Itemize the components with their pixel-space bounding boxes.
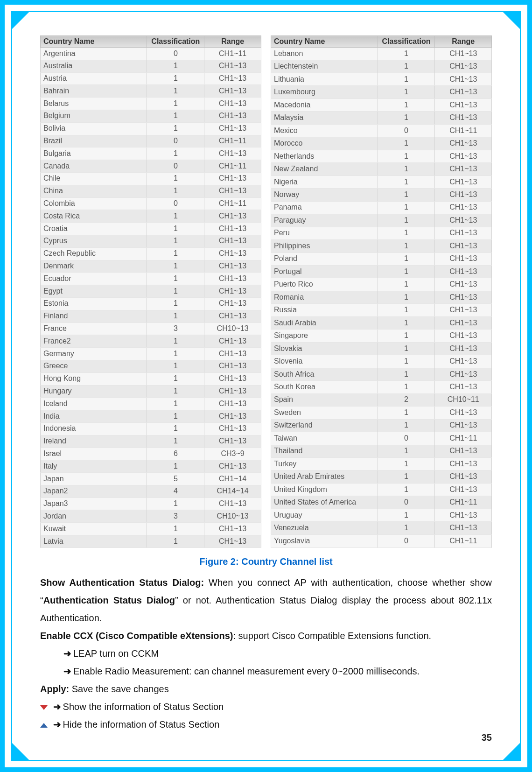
cell-country: United States of America (271, 496, 378, 509)
cell-class: 1 (147, 335, 204, 348)
cell-country: Cyprus (41, 235, 147, 247)
cell-class: 1 (378, 278, 435, 291)
cell-country: Kuwait (41, 523, 147, 535)
cell-class: 1 (378, 445, 435, 457)
cell-range: CH1~11 (435, 432, 492, 445)
cell-class: 1 (378, 86, 435, 98)
country-table-right: Country Name Classification Range Lebano… (271, 35, 492, 548)
cell-country: Sweden (271, 407, 378, 419)
table-row: Netherlands1CH1~13 (271, 150, 492, 162)
cell-range: CH1~13 (204, 398, 261, 410)
table-row: Luxembourg1CH1~13 (271, 86, 492, 98)
cell-country: Netherlands (271, 150, 378, 162)
cell-country: Norway (271, 189, 378, 201)
table-row: United Arab Emirates1CH1~13 (271, 470, 492, 483)
cell-country: Yugoslavia (271, 534, 378, 547)
table-row: Paraguay1CH1~13 (271, 214, 492, 227)
cell-range: CH1~13 (204, 372, 261, 385)
cell-class: 1 (147, 210, 204, 223)
table-row: Portugal1CH1~13 (271, 265, 492, 278)
triangle-down-icon (40, 705, 48, 710)
table-row: Sweden1CH1~13 (271, 407, 492, 419)
cell-country: Belgium (41, 110, 147, 122)
table-row: Lebanon1CH1~13 (271, 48, 492, 60)
cell-range: CH1~14 (204, 473, 261, 485)
cell-country: Nigeria (271, 175, 378, 188)
table-row: Japan24CH14~14 (41, 485, 261, 498)
table-row: Hungary1CH1~13 (41, 385, 261, 398)
table-row: France3CH10~13 (41, 323, 261, 335)
table-row: Panama1CH1~13 (271, 201, 492, 214)
label-auth-dialog: Show Authentication Status Dialog: (40, 577, 204, 588)
cell-range: CH1~13 (204, 422, 261, 435)
cell-country: Bulgaria (41, 147, 147, 160)
cell-class: 1 (378, 60, 435, 73)
cell-class: 1 (147, 223, 204, 235)
table-row: Bahrain1CH1~13 (41, 85, 261, 98)
cell-country: China (41, 185, 147, 197)
corner-decoration (502, 742, 521, 761)
text: Hide the information of Status Section (63, 719, 220, 730)
cell-range: CH1~13 (435, 522, 492, 534)
table-row: Saudi Arabia1CH1~13 (271, 316, 492, 329)
cell-range: CH1~13 (435, 201, 492, 214)
cell-range: CH1~13 (204, 235, 261, 247)
cell-country: Brazil (41, 135, 147, 147)
cell-class: 1 (147, 185, 204, 197)
table-row: Belgium1CH1~13 (41, 110, 261, 122)
cell-range: CH1~13 (204, 72, 261, 85)
table-row: New Zealand1CH1~13 (271, 163, 492, 175)
table-row: Chile1CH1~13 (41, 172, 261, 185)
cell-country: Indonesia (41, 422, 147, 435)
cell-range: CH1~13 (435, 189, 492, 201)
cell-range: CH1~13 (435, 381, 492, 393)
cell-country: Australia (41, 60, 147, 72)
table-row: Macedonia1CH1~13 (271, 98, 492, 111)
cell-range: CH1~13 (435, 253, 492, 265)
cell-range: CH1~13 (435, 304, 492, 316)
cell-country: Jordan (41, 510, 147, 523)
table-row: Bolivia1CH1~13 (41, 122, 261, 135)
corner-decoration (11, 11, 30, 30)
table-row: Singapore1CH1~13 (271, 330, 492, 342)
cell-class: 1 (378, 419, 435, 432)
cell-range: CH1~13 (204, 435, 261, 448)
text: Save the save changes (69, 684, 168, 694)
cell-class: 0 (378, 432, 435, 445)
cell-range: CH1~13 (435, 175, 492, 188)
cell-range: CH1~13 (204, 85, 261, 98)
table-row: Spain2CH10~11 (271, 393, 492, 406)
bullet-leap: ➜LEAP turn on CCKM (40, 645, 492, 662)
cell-country: Argentina (41, 48, 147, 60)
cell-range: CH1~13 (435, 342, 492, 355)
table-row: Germany1CH1~13 (41, 348, 261, 360)
table-row: Bulgaria1CH1~13 (41, 147, 261, 160)
cell-country: Taiwan (271, 432, 378, 445)
cell-range: CH1~13 (204, 260, 261, 273)
cell-range: CH1~11 (435, 534, 492, 547)
cell-country: Liechtenstein (271, 60, 378, 73)
table-row: South Korea1CH1~13 (271, 381, 492, 393)
cell-country: South Africa (271, 368, 378, 380)
cell-class: 1 (378, 470, 435, 483)
cell-country: France2 (41, 335, 147, 348)
cell-class: 1 (147, 72, 204, 85)
th-class: Classification (378, 36, 435, 48)
cell-country: Puerto Rico (271, 278, 378, 291)
cell-class: 1 (147, 535, 204, 548)
cell-range: CH1~13 (435, 419, 492, 432)
table-row: Denmark1CH1~13 (41, 260, 261, 273)
cell-class: 3 (147, 510, 204, 523)
cell-class: 1 (378, 112, 435, 124)
cell-range: CH1~13 (204, 348, 261, 360)
cell-country: Macedonia (271, 98, 378, 111)
cell-country: Germany (41, 348, 147, 360)
cell-country: United Arab Emirates (271, 470, 378, 483)
cell-country: Latvia (41, 535, 147, 548)
cell-range: CH1~13 (435, 112, 492, 124)
cell-class: 1 (147, 523, 204, 535)
cell-class: 1 (147, 110, 204, 122)
table-row: Thailand1CH1~13 (271, 445, 492, 457)
table-row: Japan5CH1~14 (41, 473, 261, 485)
text: Enable Radio Measurement: can channel me… (73, 666, 420, 676)
